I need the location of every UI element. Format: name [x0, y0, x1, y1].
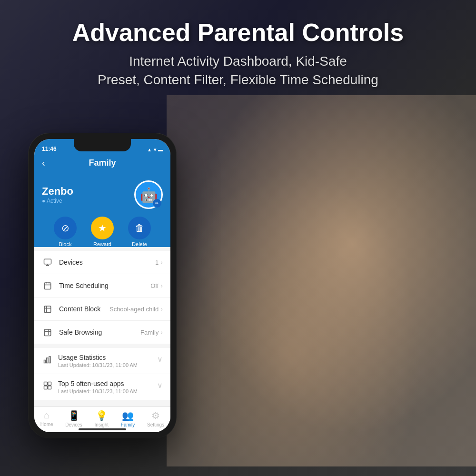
reward-icon: ★ — [98, 222, 107, 234]
home-bar-indicator — [79, 428, 126, 430]
section-spacer-2 — [34, 344, 170, 348]
menu-item-safe-browsing[interactable]: Safe Browsing Family › — [34, 321, 170, 344]
nav-home[interactable]: ⌂ Home — [40, 410, 53, 427]
content-block-label: Content Block — [59, 305, 100, 313]
svg-rect-4 — [44, 360, 46, 363]
profile-avatar[interactable]: 🤖 ✏ — [134, 180, 163, 209]
nav-insight[interactable]: 💡 Insight — [95, 410, 109, 427]
menu-item-devices[interactable]: Devices 1 › — [34, 251, 170, 274]
settings-nav-icon: ⚙ — [151, 410, 160, 421]
delete-icon-circle: 🗑 — [128, 217, 151, 239]
nav-family[interactable]: 👥 Family — [121, 410, 135, 427]
usage-statistics-item[interactable]: Usage Statistics Last Updated: 10/31/23,… — [34, 348, 170, 374]
usage-statistics-row: Usage Statistics Last Updated: 10/31/23,… — [42, 354, 163, 368]
devices-nav-label: Devices — [65, 422, 82, 427]
phone-content: ‹ Family Zenbo ● Active 🤖 ✏ — [34, 154, 170, 432]
back-button[interactable]: ‹ — [42, 158, 45, 169]
svg-rect-2 — [44, 306, 51, 313]
content-block-chevron: › — [160, 305, 163, 313]
kids-photo — [167, 95, 476, 466]
svg-rect-1 — [44, 283, 51, 289]
menu-item-time-scheduling[interactable]: Time Scheduling Off › — [34, 274, 170, 298]
time-scheduling-icon — [42, 280, 53, 291]
usage-statistics-chevron: ∨ — [157, 355, 163, 364]
home-nav-icon: ⌂ — [44, 410, 50, 421]
main-title: Advanced Parental Controls — [10, 19, 466, 46]
svg-rect-3 — [44, 329, 51, 336]
profile-section: Zenbo ● Active 🤖 ✏ — [34, 176, 170, 209]
svg-rect-6 — [49, 357, 50, 363]
time-scheduling-label: Time Scheduling — [59, 282, 109, 289]
app-header-row: ‹ Family — [42, 158, 163, 168]
section-spacer-1 — [34, 247, 170, 251]
safe-browsing-value: Family — [140, 329, 159, 336]
nav-settings[interactable]: ⚙ Settings — [147, 410, 164, 427]
family-nav-icon: 👥 — [122, 410, 134, 421]
svg-rect-9 — [44, 386, 48, 389]
top-apps-chevron: ∨ — [157, 381, 163, 390]
scrollable-content: Devices 1 › — [34, 247, 170, 432]
top-apps-icon — [42, 380, 53, 391]
insight-nav-label: Insight — [95, 422, 109, 427]
family-nav-label: Family — [121, 422, 135, 427]
reward-action[interactable]: ★ Reward — [91, 217, 114, 247]
delete-action[interactable]: 🗑 Delete — [128, 217, 151, 247]
signal-icon: ▲ — [147, 147, 152, 152]
time-scheduling-content: Time Scheduling — [59, 281, 145, 290]
menu-item-content-block[interactable]: Content Block School-aged child › — [34, 298, 170, 321]
devices-right: 1 › — [155, 258, 163, 266]
profile-name: Zenbo — [42, 185, 73, 198]
delete-label: Delete — [132, 241, 147, 247]
settings-nav-label: Settings — [147, 422, 164, 427]
content-block-icon — [42, 303, 53, 315]
status-icons: ▲ ▾ ▬ — [147, 147, 163, 152]
status-time: 11:46 — [42, 146, 57, 152]
reward-label: Reward — [93, 241, 111, 247]
insight-nav-icon: 💡 — [96, 410, 108, 421]
app-header: ‹ Family — [34, 154, 170, 176]
svg-rect-8 — [48, 382, 51, 386]
subtitle-line2: Preset, Content Filter, Flexible Time Sc… — [98, 72, 378, 87]
top-apps-row: Top 5 often-used apps Last Updated: 10/3… — [42, 380, 163, 394]
svg-rect-5 — [47, 358, 48, 363]
time-scheduling-chevron: › — [160, 282, 163, 289]
svg-rect-7 — [44, 382, 48, 386]
content-block-right: School-aged child › — [109, 305, 163, 313]
app-title: Family — [89, 158, 116, 168]
top-apps-title: Top 5 often-used apps — [58, 380, 138, 387]
block-action[interactable]: ⊘ Block — [54, 217, 77, 247]
wifi-icon: ▾ — [154, 147, 156, 152]
header-section: Advanced Parental Controls Internet Acti… — [0, 10, 476, 99]
svg-rect-0 — [44, 259, 51, 264]
safe-browsing-right: Family › — [140, 328, 163, 336]
block-label: Block — [59, 241, 72, 247]
content-block-value: School-aged child — [109, 306, 159, 313]
usage-statistics-subtitle: Last Updated: 10/31/23, 11:00 AM — [58, 362, 138, 368]
usage-statistics-title: Usage Statistics — [58, 354, 138, 361]
devices-chevron: › — [160, 258, 163, 266]
subtitle: Internet Activity Dashboard, Kid-Safe Pr… — [10, 52, 466, 89]
time-scheduling-right: Off › — [150, 282, 163, 289]
usage-statistics-icon — [42, 354, 53, 365]
devices-icon — [42, 257, 53, 268]
top-apps-subtitle: Last Updated: 10/31/23, 11:00 AM — [58, 388, 138, 394]
nav-devices[interactable]: 📱 Devices — [65, 410, 82, 427]
action-buttons: ⊘ Block ★ Reward 🗑 Delete — [34, 209, 170, 247]
devices-label: Devices — [59, 258, 83, 266]
content-block-content: Content Block — [59, 305, 104, 313]
profile-info: Zenbo ● Active — [42, 185, 73, 204]
safe-browsing-icon — [42, 327, 53, 338]
phone-outer: 11:46 ▲ ▾ ▬ ‹ Family — [29, 133, 176, 438]
time-scheduling-value: Off — [150, 282, 159, 289]
block-icon-circle: ⊘ — [54, 217, 77, 239]
delete-icon: 🗑 — [135, 223, 144, 234]
subtitle-line1: Internet Activity Dashboard, Kid-Safe — [129, 54, 347, 69]
top-apps-item[interactable]: Top 5 often-used apps Last Updated: 10/3… — [34, 374, 170, 400]
safe-browsing-label: Safe Browsing — [59, 328, 102, 336]
devices-value: 1 — [155, 259, 159, 266]
block-icon: ⊘ — [61, 222, 69, 234]
devices-nav-icon: 📱 — [68, 410, 80, 421]
devices-content: Devices — [59, 258, 149, 267]
avatar-edit-badge[interactable]: ✏ — [153, 199, 161, 208]
phone-mockup: 11:46 ▲ ▾ ▬ ‹ Family — [29, 133, 176, 438]
